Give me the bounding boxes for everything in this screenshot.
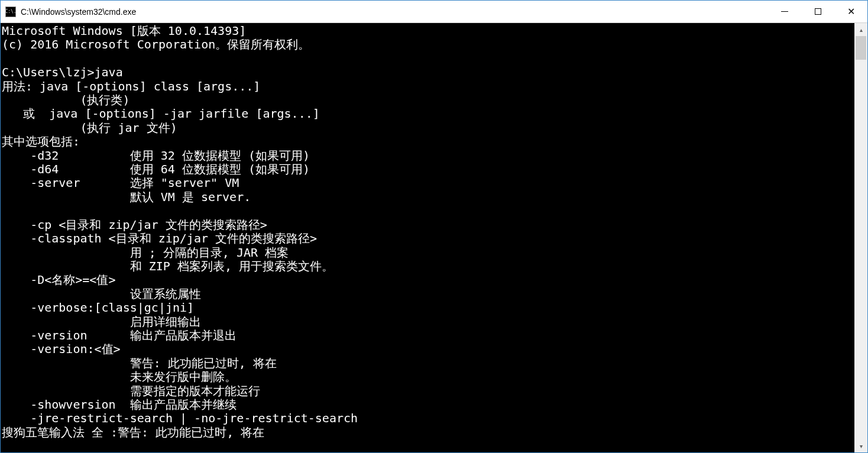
maximize-button[interactable]: [801, 1, 834, 22]
titlebar[interactable]: C:\. C:\Windows\system32\cmd.exe ✕: [1, 1, 867, 23]
scroll-down-button[interactable]: ▾: [854, 439, 867, 452]
minimize-button[interactable]: [768, 1, 801, 22]
maximize-icon: [815, 8, 821, 15]
terminal-output[interactable]: Microsoft Windows [版本 10.0.14393] (c) 20…: [1, 23, 854, 452]
scroll-up-button[interactable]: ▴: [854, 23, 867, 36]
content-area: Microsoft Windows [版本 10.0.14393] (c) 20…: [1, 23, 867, 452]
scrollbar-thumb[interactable]: [856, 36, 866, 60]
cmd-window: C:\. C:\Windows\system32\cmd.exe ✕ Micro…: [0, 0, 868, 453]
window-title: C:\Windows\system32\cmd.exe: [21, 7, 136, 17]
minimize-icon: [781, 11, 788, 12]
vertical-scrollbar[interactable]: ▴ ▾: [854, 23, 867, 452]
close-button[interactable]: ✕: [834, 1, 867, 22]
cmd-icon: C:\.: [5, 7, 16, 17]
close-icon: ✕: [847, 7, 855, 17]
scrollbar-track[interactable]: [854, 36, 867, 439]
